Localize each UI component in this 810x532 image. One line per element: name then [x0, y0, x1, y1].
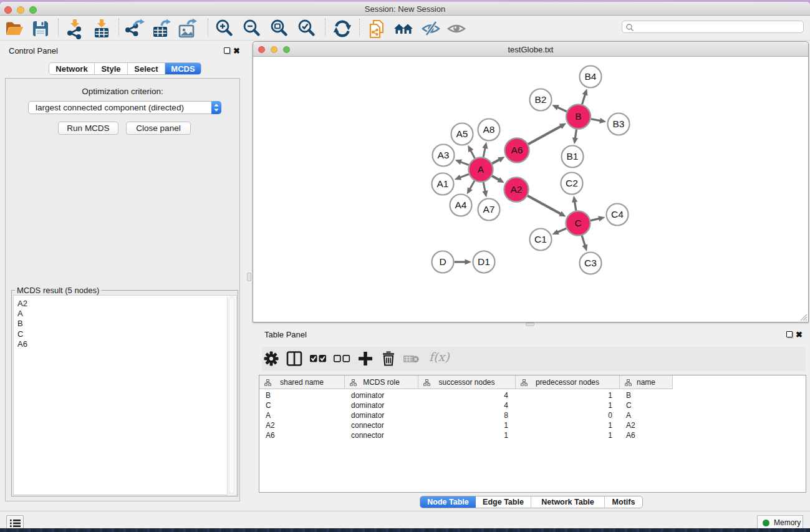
node-label-B1: B1: [567, 151, 579, 162]
network-window-title: testGlobe.txt: [253, 45, 808, 54]
edge-A6-B[interactable]: [528, 126, 561, 144]
edge-B-B2[interactable]: [557, 107, 567, 112]
tab-network[interactable]: Network: [49, 63, 95, 74]
edge-A-A2[interactable]: [492, 176, 499, 180]
edge-A-A5[interactable]: [471, 150, 475, 158]
edge-A-A3[interactable]: [461, 162, 469, 165]
tab-motifs[interactable]: Motifs: [605, 496, 642, 508]
session-copy-icon[interactable]: [366, 18, 387, 39]
mcds-result-item[interactable]: A6: [17, 339, 27, 349]
save-session-icon[interactable]: [30, 18, 51, 39]
column-header-shared-name[interactable]: shared name: [259, 375, 345, 389]
table-row-A6[interactable]: A6connector11A6: [259, 430, 806, 440]
column-header-MCDS-role[interactable]: MCDS role: [345, 375, 418, 389]
column-header-label: name: [637, 378, 655, 387]
table-row-C[interactable]: Cdominator41C: [259, 400, 806, 410]
column-type-icon: [264, 379, 271, 386]
close-panel-button[interactable]: Close panel: [126, 122, 191, 135]
zoom-selected-icon[interactable]: [296, 18, 317, 39]
import-table-icon[interactable]: [91, 18, 112, 39]
cell-shared-name: B: [266, 391, 271, 400]
home-icon[interactable]: [393, 18, 414, 39]
edge-B-B3[interactable]: [591, 119, 600, 121]
window-title: Session: New Session: [0, 4, 810, 14]
table-row-B[interactable]: Bdominator41B: [259, 390, 806, 400]
import-network-icon[interactable]: [64, 18, 85, 39]
delete-table-icon[interactable]: [402, 349, 421, 368]
delete-icon[interactable]: [379, 349, 398, 368]
mcds-result-title: MCDS result (5 nodes): [15, 286, 101, 295]
export-table-icon[interactable]: [151, 18, 172, 39]
export-image-icon[interactable]: [177, 18, 198, 39]
cell-predecessor-nodes: 1: [516, 391, 612, 400]
edge-A-A8[interactable]: [483, 148, 485, 157]
mcds-result-item[interactable]: A2: [17, 299, 27, 309]
node-label-C3: C3: [584, 258, 597, 268]
select-all-icon[interactable]: [309, 349, 327, 368]
tab-edge-table[interactable]: Edge Table: [476, 496, 531, 508]
deselect-all-icon[interactable]: [332, 349, 351, 368]
zoom-fit-icon[interactable]: [269, 18, 290, 39]
run-mcds-button[interactable]: Run MCDS: [58, 122, 118, 135]
function-builder-icon[interactable]: f(x): [429, 350, 450, 364]
edge-B-B1[interactable]: [575, 129, 576, 138]
tab-node-table[interactable]: Node Table: [420, 496, 476, 508]
mcds-result-item[interactable]: B: [17, 319, 27, 329]
vertical-splitter-handle[interactable]: [247, 273, 251, 281]
cell-MCDS-role: dominator: [351, 411, 384, 420]
zoom-out-icon[interactable]: [241, 18, 263, 39]
edge-C-C1[interactable]: [557, 228, 566, 232]
table-panel-float-icon[interactable]: [786, 331, 793, 337]
mcds-result-item[interactable]: A: [17, 309, 27, 319]
app-window: Session: New Session: [0, 2, 810, 528]
memory-button[interactable]: Memory: [757, 515, 803, 528]
split-columns-icon[interactable]: [285, 349, 304, 368]
table-panel-close-icon[interactable]: ✖: [796, 331, 803, 339]
gear-icon[interactable]: [262, 349, 281, 368]
tab-mcds[interactable]: MCDS: [165, 63, 201, 74]
edge-A-A4[interactable]: [470, 181, 475, 189]
add-icon[interactable]: [356, 349, 375, 368]
open-session-icon[interactable]: [4, 18, 25, 39]
resize-grip-icon[interactable]: [799, 312, 808, 321]
tab-network-table[interactable]: Network Table: [531, 496, 605, 508]
cell-predecessor-nodes: 1: [516, 431, 612, 440]
cell-successor-nodes: 4: [418, 391, 508, 400]
tab-select[interactable]: Select: [128, 63, 165, 74]
refresh-icon[interactable]: [332, 18, 353, 39]
zoom-in-icon[interactable]: [214, 18, 235, 39]
criterion-select[interactable]: largest connected component (directed): [28, 101, 221, 114]
tab-style[interactable]: Style: [95, 63, 128, 74]
main-area: Control Panel ✖ NetworkStyleSelectMCDS O…: [0, 41, 810, 511]
edge-B-B4[interactable]: [582, 94, 585, 104]
horizontal-splitter-handle[interactable]: [526, 322, 534, 326]
table-row-A[interactable]: Adominator80A: [259, 410, 806, 420]
column-header-predecessor-nodes[interactable]: predecessor nodes: [516, 375, 620, 389]
column-header-successor-nodes[interactable]: successor nodes: [418, 375, 516, 389]
mcds-result-list[interactable]: A2ABCA6: [13, 295, 237, 495]
desktop-wallpaper-bottom: [0, 528, 810, 532]
edge-A-A7[interactable]: [483, 182, 485, 191]
export-network-icon[interactable]: [125, 18, 147, 39]
network-canvas[interactable]: B4B2BB3B1A5A8A6A3AA1A2C2A4A7C4CC1C3DD1: [253, 57, 808, 322]
column-header-label: MCDS role: [363, 378, 400, 387]
node-label-D: D: [439, 256, 446, 267]
cell-successor-nodes: 4: [418, 401, 508, 410]
edge-C-C4[interactable]: [591, 218, 599, 220]
control-panel-float-icon[interactable]: [224, 47, 230, 54]
edge-C-C2[interactable]: [575, 201, 576, 211]
search-input[interactable]: [622, 21, 804, 33]
show-eye-icon[interactable]: [446, 18, 467, 39]
hide-eye-icon[interactable]: [420, 18, 441, 39]
table-panel-title: Table Panel: [264, 330, 307, 339]
mcds-list-scrollbar[interactable]: [227, 296, 236, 495]
edge-A-A1[interactable]: [460, 174, 469, 177]
table-row-A2[interactable]: A2connector11A2: [259, 420, 806, 430]
edge-A2-C[interactable]: [528, 196, 561, 214]
mcds-result-item[interactable]: C: [17, 329, 27, 339]
task-history-button[interactable]: [6, 515, 24, 528]
edge-C-C3[interactable]: [582, 236, 585, 246]
control-panel-close-icon[interactable]: ✖: [233, 47, 240, 55]
edge-A-A6[interactable]: [492, 160, 499, 163]
column-header-name[interactable]: name: [620, 375, 673, 389]
